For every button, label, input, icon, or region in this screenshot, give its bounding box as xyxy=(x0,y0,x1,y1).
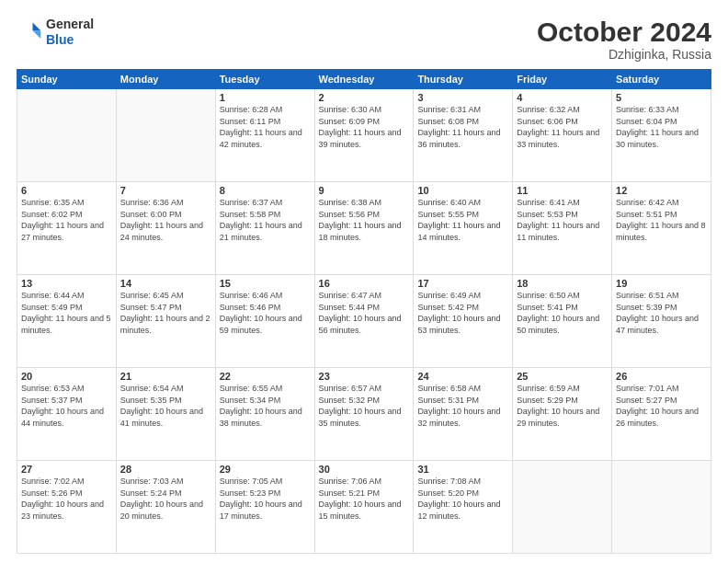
col-thursday: Thursday xyxy=(414,70,513,89)
day-info: Sunrise: 6:45 AM Sunset: 5:47 PM Dayligh… xyxy=(120,290,211,336)
day-info: Sunrise: 6:28 AM Sunset: 6:11 PM Dayligh… xyxy=(220,104,311,150)
day-info: Sunrise: 6:58 AM Sunset: 5:31 PM Dayligh… xyxy=(417,383,508,429)
calendar-cell: 10Sunrise: 6:40 AM Sunset: 5:55 PM Dayli… xyxy=(414,182,513,275)
logo-text: General Blue xyxy=(46,17,94,48)
calendar-cell: 3Sunrise: 6:31 AM Sunset: 6:08 PM Daylig… xyxy=(414,89,513,182)
logo-icon xyxy=(17,19,42,45)
calendar-cell: 26Sunrise: 7:01 AM Sunset: 5:27 PM Dayli… xyxy=(612,368,711,461)
day-info: Sunrise: 6:37 AM Sunset: 5:58 PM Dayligh… xyxy=(220,197,311,243)
day-info: Sunrise: 6:36 AM Sunset: 6:00 PM Dayligh… xyxy=(120,197,211,243)
calendar-cell: 7Sunrise: 6:36 AM Sunset: 6:00 PM Daylig… xyxy=(116,182,215,275)
day-number: 10 xyxy=(417,185,508,196)
day-number: 30 xyxy=(319,464,410,475)
day-info: Sunrise: 6:47 AM Sunset: 5:44 PM Dayligh… xyxy=(319,290,410,336)
calendar-cell: 11Sunrise: 6:41 AM Sunset: 5:53 PM Dayli… xyxy=(513,182,612,275)
day-number: 17 xyxy=(417,278,508,289)
day-info: Sunrise: 7:01 AM Sunset: 5:27 PM Dayligh… xyxy=(616,383,707,429)
calendar-cell: 20Sunrise: 6:53 AM Sunset: 5:37 PM Dayli… xyxy=(17,368,117,461)
calendar-cell: 9Sunrise: 6:38 AM Sunset: 5:56 PM Daylig… xyxy=(314,182,414,275)
day-number: 24 xyxy=(417,371,508,382)
day-info: Sunrise: 7:08 AM Sunset: 5:20 PM Dayligh… xyxy=(417,476,508,522)
day-number: 16 xyxy=(319,278,410,289)
logo: General Blue xyxy=(17,17,94,48)
day-info: Sunrise: 6:46 AM Sunset: 5:46 PM Dayligh… xyxy=(220,290,311,336)
title-location: Dzhiginka, Russia xyxy=(537,47,711,62)
day-info: Sunrise: 7:03 AM Sunset: 5:24 PM Dayligh… xyxy=(120,476,211,522)
col-tuesday: Tuesday xyxy=(215,70,314,89)
day-number: 26 xyxy=(616,371,707,382)
calendar-cell: 5Sunrise: 6:33 AM Sunset: 6:04 PM Daylig… xyxy=(612,89,711,182)
day-number: 11 xyxy=(517,185,608,196)
day-number: 15 xyxy=(220,278,311,289)
day-number: 27 xyxy=(21,464,112,475)
calendar-week-4: 27Sunrise: 7:02 AM Sunset: 5:26 PM Dayli… xyxy=(17,461,711,554)
col-monday: Monday xyxy=(116,70,215,89)
calendar-week-1: 6Sunrise: 6:35 AM Sunset: 6:02 PM Daylig… xyxy=(17,182,711,275)
day-number: 5 xyxy=(616,92,707,103)
calendar-cell: 23Sunrise: 6:57 AM Sunset: 5:32 PM Dayli… xyxy=(314,368,414,461)
logo-blue: Blue xyxy=(46,32,94,48)
day-number: 3 xyxy=(417,92,508,103)
col-wednesday: Wednesday xyxy=(314,70,414,89)
day-info: Sunrise: 7:05 AM Sunset: 5:23 PM Dayligh… xyxy=(220,476,311,522)
calendar-cell: 25Sunrise: 6:59 AM Sunset: 5:29 PM Dayli… xyxy=(513,368,612,461)
calendar-cell: 21Sunrise: 6:54 AM Sunset: 5:35 PM Dayli… xyxy=(116,368,215,461)
calendar-cell: 31Sunrise: 7:08 AM Sunset: 5:20 PM Dayli… xyxy=(414,461,513,554)
day-number: 13 xyxy=(21,278,112,289)
day-info: Sunrise: 6:41 AM Sunset: 5:53 PM Dayligh… xyxy=(517,197,608,243)
svg-marker-1 xyxy=(33,30,41,39)
day-number: 9 xyxy=(319,185,410,196)
day-info: Sunrise: 6:30 AM Sunset: 6:09 PM Dayligh… xyxy=(319,104,410,150)
header: General Blue October 2024 Dzhiginka, Rus… xyxy=(17,17,711,62)
day-number: 4 xyxy=(517,92,608,103)
col-sunday: Sunday xyxy=(17,70,117,89)
day-info: Sunrise: 6:50 AM Sunset: 5:41 PM Dayligh… xyxy=(517,290,608,336)
day-number: 18 xyxy=(517,278,608,289)
calendar-week-0: 1Sunrise: 6:28 AM Sunset: 6:11 PM Daylig… xyxy=(17,89,711,182)
calendar-header-row: Sunday Monday Tuesday Wednesday Thursday… xyxy=(17,70,711,89)
day-info: Sunrise: 6:42 AM Sunset: 5:51 PM Dayligh… xyxy=(616,197,707,243)
day-number: 6 xyxy=(21,185,112,196)
calendar-cell: 24Sunrise: 6:58 AM Sunset: 5:31 PM Dayli… xyxy=(414,368,513,461)
day-info: Sunrise: 6:33 AM Sunset: 6:04 PM Dayligh… xyxy=(616,104,707,150)
day-number: 14 xyxy=(120,278,211,289)
calendar-cell xyxy=(116,89,215,182)
calendar-cell: 28Sunrise: 7:03 AM Sunset: 5:24 PM Dayli… xyxy=(116,461,215,554)
calendar-week-3: 20Sunrise: 6:53 AM Sunset: 5:37 PM Dayli… xyxy=(17,368,711,461)
day-number: 20 xyxy=(21,371,112,382)
calendar-cell: 19Sunrise: 6:51 AM Sunset: 5:39 PM Dayli… xyxy=(612,275,711,368)
calendar-cell: 12Sunrise: 6:42 AM Sunset: 5:51 PM Dayli… xyxy=(612,182,711,275)
day-number: 1 xyxy=(220,92,311,103)
calendar-cell: 6Sunrise: 6:35 AM Sunset: 6:02 PM Daylig… xyxy=(17,182,117,275)
day-info: Sunrise: 6:32 AM Sunset: 6:06 PM Dayligh… xyxy=(517,104,608,150)
day-info: Sunrise: 6:38 AM Sunset: 5:56 PM Dayligh… xyxy=(319,197,410,243)
day-info: Sunrise: 6:31 AM Sunset: 6:08 PM Dayligh… xyxy=(417,104,508,150)
day-info: Sunrise: 6:57 AM Sunset: 5:32 PM Dayligh… xyxy=(319,383,410,429)
calendar-cell: 15Sunrise: 6:46 AM Sunset: 5:46 PM Dayli… xyxy=(215,275,314,368)
calendar-cell xyxy=(513,461,612,554)
day-number: 21 xyxy=(120,371,211,382)
logo-general: General xyxy=(46,17,94,32)
day-number: 29 xyxy=(220,464,311,475)
day-info: Sunrise: 6:35 AM Sunset: 6:02 PM Dayligh… xyxy=(21,197,112,243)
calendar-cell: 8Sunrise: 6:37 AM Sunset: 5:58 PM Daylig… xyxy=(215,182,314,275)
calendar-table: Sunday Monday Tuesday Wednesday Thursday… xyxy=(17,69,711,554)
calendar-cell: 4Sunrise: 6:32 AM Sunset: 6:06 PM Daylig… xyxy=(513,89,612,182)
calendar-cell: 30Sunrise: 7:06 AM Sunset: 5:21 PM Dayli… xyxy=(314,461,414,554)
calendar-cell: 18Sunrise: 6:50 AM Sunset: 5:41 PM Dayli… xyxy=(513,275,612,368)
calendar-cell: 27Sunrise: 7:02 AM Sunset: 5:26 PM Dayli… xyxy=(17,461,117,554)
calendar-cell: 13Sunrise: 6:44 AM Sunset: 5:49 PM Dayli… xyxy=(17,275,117,368)
calendar-cell: 16Sunrise: 6:47 AM Sunset: 5:44 PM Dayli… xyxy=(314,275,414,368)
day-info: Sunrise: 6:44 AM Sunset: 5:49 PM Dayligh… xyxy=(21,290,112,336)
calendar-cell xyxy=(612,461,711,554)
day-info: Sunrise: 6:51 AM Sunset: 5:39 PM Dayligh… xyxy=(616,290,707,336)
day-info: Sunrise: 6:49 AM Sunset: 5:42 PM Dayligh… xyxy=(417,290,508,336)
day-number: 23 xyxy=(319,371,410,382)
col-friday: Friday xyxy=(513,70,612,89)
calendar-cell: 29Sunrise: 7:05 AM Sunset: 5:23 PM Dayli… xyxy=(215,461,314,554)
day-info: Sunrise: 7:02 AM Sunset: 5:26 PM Dayligh… xyxy=(21,476,112,522)
col-saturday: Saturday xyxy=(612,70,711,89)
calendar-cell xyxy=(17,89,117,182)
day-info: Sunrise: 6:54 AM Sunset: 5:35 PM Dayligh… xyxy=(120,383,211,429)
day-number: 28 xyxy=(120,464,211,475)
